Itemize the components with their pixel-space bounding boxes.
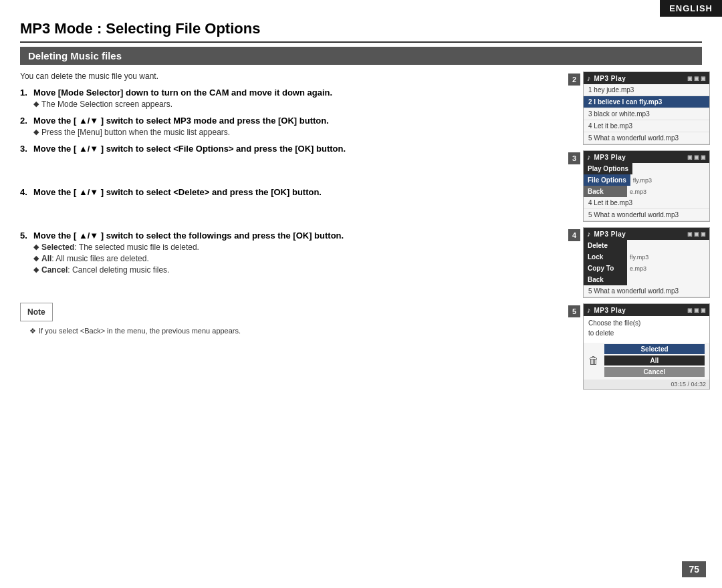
screen-5-wrapper: 5 ♪ MP3 Play ▣ ▣ ▣ Choose the file(s) to… xyxy=(583,303,702,390)
page-number: 75 xyxy=(682,561,706,577)
step-3-number: 3. xyxy=(20,144,29,154)
screen-2-body: 1 hey jude.mp3 2 I believe I can fly.mp3… xyxy=(584,84,709,144)
option-cancel: Cancel xyxy=(604,367,705,377)
screen-3-icons: ▣ ▣ ▣ xyxy=(687,154,706,160)
play-options-label: Play Options xyxy=(584,163,632,174)
music-icon: ♪ xyxy=(587,230,591,238)
screen-3-wrapper: 3 ♪ MP3 Play ▣ ▣ ▣ Play Options File Opt xyxy=(583,150,702,222)
screens-column: 2 ♪ MP3 Play ▣ ▣ ▣ 1 hey jude.mp3 2 I be… xyxy=(568,71,702,390)
choose-subtitle: to delete xyxy=(588,329,705,337)
screen-3-title: MP3 Play xyxy=(594,154,684,161)
choose-box: Choose the file(s) to delete xyxy=(584,316,709,343)
content-area: You can delete the music file you want. … xyxy=(20,71,702,390)
step-1-number: 1. xyxy=(20,88,29,98)
menu-row-delete: Delete xyxy=(584,240,709,251)
menu-row-play-options: Play Options xyxy=(584,163,709,174)
step-1-text: Move [Mode Selector] down to turn on the… xyxy=(33,88,332,98)
screen-2-header: ♪ MP3 Play ▣ ▣ ▣ xyxy=(584,72,709,84)
step-2-sub-1: Press the [Menu] button when the music l… xyxy=(41,128,230,137)
step-5: 5. Move the [ ▲/▼ ] switch to select the… xyxy=(20,231,548,275)
list-item: 5 What a wonderful world.mp3 xyxy=(584,285,709,297)
language-badge: ENGLISH xyxy=(660,0,722,17)
screen-5-body: Choose the file(s) to delete 🗑 Selected … xyxy=(584,316,709,389)
intro-text: You can delete the music file you want. xyxy=(20,71,548,81)
music-icon: ♪ xyxy=(587,153,591,161)
list-item: 4 Let it be.mp3 xyxy=(584,197,709,209)
screen-2-title: MP3 Play xyxy=(594,75,684,82)
screen-2: ♪ MP3 Play ▣ ▣ ▣ 1 hey jude.mp3 2 I beli… xyxy=(583,71,710,145)
menu-row-back2: Back xyxy=(584,274,709,285)
note-box: Note xyxy=(20,303,53,321)
step-5-sub-1: Selected: The selected music file is del… xyxy=(41,243,199,252)
step-4: 4. Move the [ ▲/▼ ] switch to select <De… xyxy=(20,187,548,197)
choose-options: Selected All Cancel xyxy=(604,344,705,377)
page: ENGLISH MP3 Mode : Selecting File Option… xyxy=(0,0,722,588)
screen-4-header: ♪ MP3 Play ▣ ▣ ▣ xyxy=(584,228,709,240)
list-item-highlighted: 2 I believe I can fly.mp3 xyxy=(584,96,709,108)
screen-2-wrapper: 2 ♪ MP3 Play ▣ ▣ ▣ 1 hey jude.mp3 2 I be… xyxy=(583,71,702,145)
file-options-file: fly.mp3 xyxy=(630,177,709,184)
back2-label: Back xyxy=(584,274,627,285)
screen-2-icons: ▣ ▣ ▣ xyxy=(687,76,706,82)
copy-label: Copy To xyxy=(584,263,627,274)
screen-4-title: MP3 Play xyxy=(594,231,684,238)
menu-row-lock: Lock fly.mp3 xyxy=(584,251,709,263)
step-5-text: Move the [ ▲/▼ ] switch to select the fo… xyxy=(33,231,344,241)
lock-label: Lock xyxy=(584,251,627,263)
delete-label: Delete xyxy=(584,240,627,251)
screen-3-body: Play Options File Options fly.mp3 Back e… xyxy=(584,163,709,221)
step-5-sub-3: Cancel: Cancel deleting music files. xyxy=(41,265,169,275)
list-item: 1 hey jude.mp3 xyxy=(584,84,709,96)
music-icon: ♪ xyxy=(587,74,591,82)
page-title: MP3 Mode : Selecting File Options xyxy=(20,20,702,43)
choose-title: Choose the file(s) xyxy=(588,319,705,327)
screen-4-wrapper: 4 ♪ MP3 Play ▣ ▣ ▣ Delete Lock xyxy=(583,227,702,298)
screen-time: 03:15 / 04:32 xyxy=(584,380,709,389)
copy-file: e.mp3 xyxy=(627,265,709,272)
step-4-number: 4. xyxy=(20,187,29,197)
screen-5-header: ♪ MP3 Play ▣ ▣ ▣ xyxy=(584,304,709,316)
screen-5-icons: ▣ ▣ ▣ xyxy=(687,307,706,313)
list-item: 3 black or white.mp3 xyxy=(584,108,709,120)
screen-5: ♪ MP3 Play ▣ ▣ ▣ Choose the file(s) to d… xyxy=(583,303,710,390)
menu-row-back: Back e.mp3 xyxy=(584,186,709,197)
option-all: All xyxy=(604,355,705,365)
lock-file: fly.mp3 xyxy=(627,254,709,261)
instructions-column: You can delete the music file you want. … xyxy=(20,71,555,390)
step-5-sub-2: All: All music files are deleted. xyxy=(41,254,149,263)
screen-5-badge: 5 xyxy=(568,305,580,317)
section-header: Deleting Music files xyxy=(20,47,702,65)
note-footer: ❖ If you select <Back> in the menu, the … xyxy=(20,327,548,335)
trash-icon: 🗑 xyxy=(588,355,599,367)
step-5-number: 5. xyxy=(20,231,29,241)
screen-2-badge: 2 xyxy=(568,74,580,86)
list-item: 5 What a wonderful world.mp3 xyxy=(584,209,709,221)
step-2-text: Move the [ ▲/▼ ] switch to select MP3 mo… xyxy=(33,116,329,126)
back-file: e.mp3 xyxy=(627,188,709,195)
option-selected: Selected xyxy=(604,344,705,354)
screen-3: ♪ MP3 Play ▣ ▣ ▣ Play Options File Optio… xyxy=(583,150,710,222)
screen-4-badge: 4 xyxy=(568,229,580,241)
screen-3-badge: 3 xyxy=(568,152,580,164)
step-4-text: Move the [ ▲/▼ ] switch to select <Delet… xyxy=(33,187,322,197)
back-label: Back xyxy=(584,186,627,197)
screen-4-icons: ▣ ▣ ▣ xyxy=(687,231,706,237)
step-2-number: 2. xyxy=(20,116,29,126)
screen-5-title: MP3 Play xyxy=(594,307,684,314)
screen-4-body: Delete Lock fly.mp3 Copy To e.mp3 Bac xyxy=(584,240,709,297)
music-icon: ♪ xyxy=(587,306,591,314)
screen-3-header: ♪ MP3 Play ▣ ▣ ▣ xyxy=(584,151,709,163)
menu-row-copy: Copy To e.mp3 xyxy=(584,263,709,274)
menu-row-file-options: File Options fly.mp3 xyxy=(584,174,709,186)
step-1-sub-1: The Mode Selection screen appears. xyxy=(41,100,172,109)
step-3-text: Move the [ ▲/▼ ] switch to select <File … xyxy=(33,144,346,154)
step-3: 3. Move the [ ▲/▼ ] switch to select <Fi… xyxy=(20,144,548,154)
step-1: 1. Move [Mode Selector] down to turn on … xyxy=(20,88,548,109)
screen-4: ♪ MP3 Play ▣ ▣ ▣ Delete Lock fly.mp3 xyxy=(583,227,710,298)
list-item: 4 Let it be.mp3 xyxy=(584,120,709,132)
delete-icon-row: 🗑 Selected All Cancel xyxy=(584,343,709,380)
list-item: 5 What a wonderful world.mp3 xyxy=(584,132,709,144)
step-2: 2. Move the [ ▲/▼ ] switch to select MP3… xyxy=(20,116,548,137)
file-options-label: File Options xyxy=(584,174,630,186)
